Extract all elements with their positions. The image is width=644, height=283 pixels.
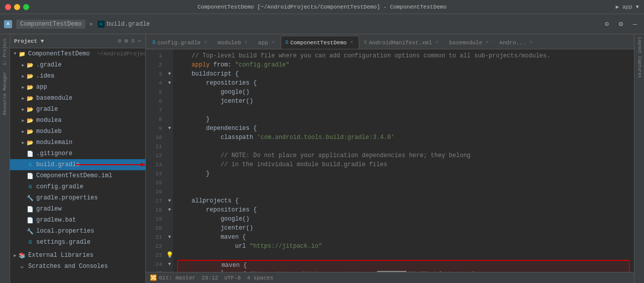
fold-24[interactable]: ▼ (166, 260, 173, 269)
sidebar-item-resource[interactable]: Resource Manager (2, 69, 9, 117)
settings-icon[interactable]: ⚙ (616, 19, 626, 29)
fold-4[interactable]: ▼ (166, 79, 173, 88)
tree-item-basemodule[interactable]: ▶ 📂 basemodule (10, 93, 145, 104)
encoding-status[interactable]: UTF-8 (224, 275, 241, 281)
tab-app-close[interactable]: × (270, 40, 276, 46)
code-line-7 (177, 106, 630, 115)
code-line-16 (177, 187, 630, 196)
code-line-12: // NOTE: Do not place your application d… (177, 151, 630, 160)
breadcrumb-separator: ▶ (90, 20, 93, 28)
collapse-icon[interactable]: — (630, 19, 640, 29)
tree-item-gradle-props[interactable]: ▶ 🔧 gradle.properties (10, 192, 145, 203)
sync-icon[interactable]: ⊙ (118, 37, 121, 45)
tab-ctd-label: ComponentTestDemo (290, 40, 347, 46)
code-line-20: jcenter() (177, 224, 630, 233)
tree-item-config-gradle[interactable]: ▶ G config.gradle (10, 181, 145, 192)
idea-folder-icon: 📂 (26, 72, 34, 80)
refresh-icon[interactable]: ⊙ (602, 19, 612, 29)
tree-item-scratches[interactable]: ▶ ✏️ Scratches and Consoles (10, 261, 145, 272)
tree-container[interactable]: ▼ 📁 ComponentTestDemo ~/AndroidProjects/… (10, 48, 145, 283)
tree-item-external-libs[interactable]: ▶ 📚 External Libraries (10, 250, 145, 261)
tree-item-idea[interactable]: ▶ 📂 .idea (10, 70, 145, 82)
tab-ctd[interactable]: G ComponentTestDemo × (281, 36, 359, 49)
lightbulb-icon[interactable]: 💡 (166, 251, 174, 260)
layout-captures-label[interactable]: Layout Captures (636, 34, 643, 81)
code-line-21: maven { (177, 233, 630, 242)
modulemain-folder-icon: 📂 (26, 138, 34, 147)
gradle-arrow: ▶ (20, 62, 26, 68)
tree-item-ctd-iml[interactable]: ▶ 📄 ComponentTestDemo.iml (10, 170, 145, 181)
breadcrumb-filename: build.gradle (107, 21, 150, 28)
tab-config[interactable]: G config.gradle × (148, 36, 213, 49)
build-gradle-icon: G (26, 161, 34, 169)
basemodule-label: basemodule (36, 95, 72, 102)
code-line-1: // Top-level build file where you can ad… (177, 51, 630, 60)
tree-item-build-gradle[interactable]: ▶ G build.gradle (10, 159, 145, 170)
fold-11 (166, 142, 173, 151)
fold-12 (166, 151, 173, 160)
fold-2 (166, 60, 173, 69)
tree-item-gitignore[interactable]: ▶ 📄 .gitignore (10, 148, 145, 159)
code-area[interactable]: // Top-level build file where you can ad… (173, 49, 634, 272)
tree-item-settings-gradle[interactable]: ▶ G settings.gradle (10, 237, 145, 248)
fold-19 (166, 215, 173, 224)
fold-6 (166, 97, 173, 106)
fold-3[interactable]: ▼ (166, 69, 173, 79)
build-gradle-label: build.gradle (36, 161, 79, 168)
project-name[interactable]: ComponentTestDemo (16, 20, 86, 29)
tab-android[interactable]: Andro... × (495, 36, 539, 49)
fold-18[interactable]: ▼ (166, 205, 173, 215)
tree-item-moduleb[interactable]: ▶ 📂 moduleb (10, 126, 145, 137)
tab-manifest-close[interactable]: × (434, 40, 440, 46)
fold-14 (166, 169, 173, 178)
hide-icon[interactable]: — (138, 38, 141, 45)
tree-item-local-props[interactable]: ▶ 🔧 local.properties (10, 226, 145, 237)
fold-17[interactable]: ▼ (166, 196, 173, 205)
fold-gutter: ▼ ▼ ▼ ▼ ▼ ▼ ▼ ▼ (166, 49, 173, 272)
run-config[interactable]: ▶ app ▼ (616, 4, 639, 10)
gear-icon[interactable]: ⚙ (124, 37, 128, 45)
tree-item-app[interactable]: ▶ 📂 app (10, 82, 145, 93)
code-line-18: repositories { (177, 205, 630, 215)
idea-arrow: ▶ (20, 73, 26, 79)
close-button[interactable] (5, 4, 11, 10)
gradle-props-label: gradle.properties (36, 194, 98, 201)
minimize-button[interactable] (14, 4, 20, 10)
fold-9[interactable]: ▼ (166, 124, 173, 133)
right-side-bar: Layout Captures (634, 34, 644, 283)
editor-content[interactable]: 1 2 3 4 5 6 7 8 9 10 11 12 13 14 15 16 1… (146, 49, 634, 272)
code-line-17: allprojects { (177, 196, 630, 205)
code-line-19: google() (177, 215, 630, 224)
fold-7 (166, 106, 173, 115)
ln-1: 1 (146, 51, 166, 60)
app-arrow: ▶ (20, 84, 26, 90)
tree-item-gradle[interactable]: ▶ 📂 .gradle (10, 59, 145, 70)
tree-item-gradlew-bat[interactable]: ▶ 📄 gradlew.bat (10, 215, 145, 226)
tree-root[interactable]: ▼ 📁 ComponentTestDemo ~/AndroidProjects/… (10, 48, 145, 59)
main-content: 1: Project Resource Manager Project ▼ ⊙ … (0, 34, 644, 283)
tab-app[interactable]: app × (254, 36, 281, 49)
tree-item-modulemain[interactable]: ▶ 📂 modulemain (10, 137, 145, 148)
panel-title[interactable]: Project ▼ (14, 38, 44, 44)
fold-21[interactable]: ▼ (166, 233, 173, 242)
ln-4: 4 (146, 79, 166, 88)
maximize-button[interactable] (23, 4, 29, 10)
tree-item-gradle2[interactable]: ▶ 📂 gradle (10, 104, 145, 115)
collapse-all-icon[interactable]: ≡ (131, 38, 135, 45)
indent-status[interactable]: 4 spaces (247, 275, 274, 281)
fold-1 (166, 51, 173, 60)
tab-android-close[interactable]: × (528, 40, 534, 46)
tree-item-gradlew[interactable]: ▶ 📄 gradlew (10, 203, 145, 215)
tab-config-close[interactable]: × (203, 40, 209, 46)
gitignore-label: .gitignore (36, 150, 72, 157)
sidebar-item-project[interactable]: 1: Project (2, 36, 9, 67)
tab-moduleb[interactable]: moduleb × (213, 36, 254, 49)
tab-manifest[interactable]: X AndroidManifest.xml × (359, 36, 444, 49)
tab-ctd-close[interactable]: × (349, 40, 355, 46)
tab-basemodule[interactable]: basemodule × (445, 36, 495, 49)
tab-basemodule-close[interactable]: × (485, 40, 491, 46)
line-col-status[interactable]: 23:12 (202, 275, 218, 281)
tree-item-modulea[interactable]: ▶ 📂 modulea (10, 115, 145, 126)
tab-moduleb-close[interactable]: × (243, 40, 249, 46)
ln-20: 20 (146, 224, 166, 233)
